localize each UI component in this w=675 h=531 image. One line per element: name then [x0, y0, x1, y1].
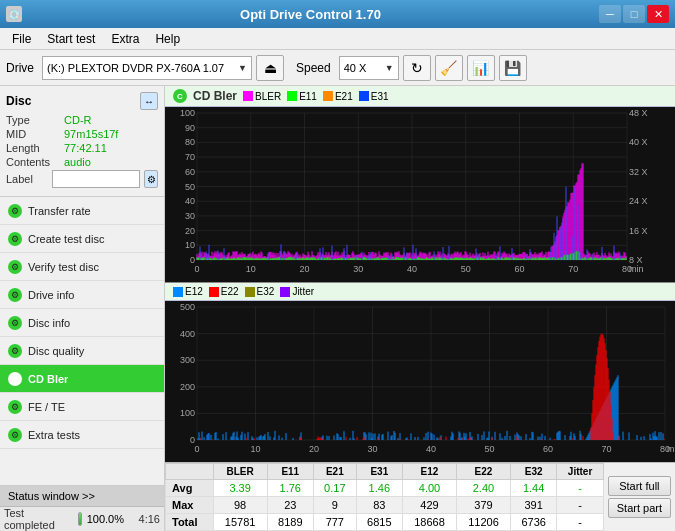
- row-label-avg: Avg: [166, 480, 214, 497]
- legend-dot-e12: [173, 287, 183, 297]
- start-full-button[interactable]: Start full: [608, 476, 671, 496]
- progress-bar-container: [78, 512, 82, 526]
- disc-refresh-button[interactable]: ↔: [140, 92, 158, 110]
- col-header-e22: E22: [456, 464, 510, 480]
- nav-label-transfer-rate: Transfer rate: [28, 205, 91, 217]
- col-header-e31: E31: [356, 464, 402, 480]
- charts-container: C CD Bler BLER E11 E21: [165, 86, 675, 462]
- nav-fe-te[interactable]: ⚙ FE / TE: [0, 393, 164, 421]
- max-bler: 98: [213, 497, 267, 514]
- minimize-button[interactable]: ─: [599, 5, 621, 23]
- max-e22: 379: [456, 497, 510, 514]
- legend-dot-e31: [359, 91, 369, 101]
- title-bar: 💿 Opti Drive Control 1.70 ─ □ ✕: [0, 0, 675, 28]
- nav-extra-tests[interactable]: ⚙ Extra tests: [0, 421, 164, 449]
- status-bar-bottom: Status window >> Test completed 100.0% 4…: [0, 485, 164, 531]
- drive-combo[interactable]: (K:) PLEXTOR DVDR PX-760A 1.07 ▼: [42, 56, 252, 80]
- nav-verify-test-disc[interactable]: ⚙ Verify test disc: [0, 253, 164, 281]
- nav-label-cd-bler: CD Bler: [28, 373, 68, 385]
- legend-label-bler: BLER: [255, 91, 281, 102]
- menu-file[interactable]: File: [4, 30, 39, 48]
- nav-label-create-test: Create test disc: [28, 233, 104, 245]
- progress-bar-fill: [79, 513, 81, 525]
- nav-drive-info[interactable]: ⚙ Drive info: [0, 281, 164, 309]
- close-button[interactable]: ✕: [647, 5, 669, 23]
- label-edit-button[interactable]: ⚙: [144, 170, 158, 188]
- label-label: Label: [6, 173, 48, 185]
- col-header-e11: E11: [267, 464, 313, 480]
- nav-transfer-rate[interactable]: ⚙ Transfer rate: [0, 197, 164, 225]
- nav-label-fe-te: FE / TE: [28, 401, 65, 413]
- nav-section: ⚙ Transfer rate ⚙ Create test disc ⚙ Ver…: [0, 197, 164, 485]
- nav-cd-bler[interactable]: ⚙ CD Bler: [0, 365, 164, 393]
- chart1-canvas-wrap: [165, 107, 675, 282]
- menu-extra[interactable]: Extra: [103, 30, 147, 48]
- eject-button[interactable]: ⏏: [256, 55, 284, 81]
- sidebar: Disc ↔ Type CD-R MID 97m15s17f Length 77…: [0, 86, 165, 531]
- total-e12: 18668: [403, 514, 457, 531]
- progress-percent: 100.0%: [86, 513, 124, 525]
- menu-bar: File Start test Extra Help: [0, 28, 675, 50]
- menu-help[interactable]: Help: [147, 30, 188, 48]
- mid-value: 97m15s17f: [64, 128, 118, 140]
- nav-create-test-disc[interactable]: ⚙ Create test disc: [0, 225, 164, 253]
- menu-start-test[interactable]: Start test: [39, 30, 103, 48]
- table-with-buttons: BLER E11 E21 E31 E12 E22 E32 Jitter Avg: [165, 463, 675, 531]
- graph-button[interactable]: 📊: [467, 55, 495, 81]
- legend-label-e12: E12: [185, 286, 203, 297]
- save-button[interactable]: 💾: [499, 55, 527, 81]
- main-layout: Disc ↔ Type CD-R MID 97m15s17f Length 77…: [0, 86, 675, 531]
- col-header-e32: E32: [510, 464, 556, 480]
- total-jitter: -: [557, 514, 603, 531]
- legend-dot-e21: [323, 91, 333, 101]
- total-bler: 15781: [213, 514, 267, 531]
- toolbar: Drive (K:) PLEXTOR DVDR PX-760A 1.07 ▼ ⏏…: [0, 50, 675, 86]
- status-window-button[interactable]: Status window >>: [0, 486, 164, 507]
- total-e11: 8189: [267, 514, 313, 531]
- speed-value: 40 X: [344, 62, 367, 74]
- legend-dot-bler: [243, 91, 253, 101]
- length-value: 77:42.11: [64, 142, 107, 154]
- clear-button[interactable]: 🧹: [435, 55, 463, 81]
- nav-disc-info[interactable]: ⚙ Disc info: [0, 309, 164, 337]
- speed-label: Speed: [296, 61, 331, 75]
- refresh-button[interactable]: ↻: [403, 55, 431, 81]
- nav-icon-transfer-rate: ⚙: [8, 204, 22, 218]
- legend-dot-e22: [209, 287, 219, 297]
- chart2-canvas-wrap: [165, 301, 675, 462]
- nav-icon-fe-te: ⚙: [8, 400, 22, 414]
- nav-icon-create-test: ⚙: [8, 232, 22, 246]
- chart-panel-1: C CD Bler BLER E11 E21: [165, 86, 675, 283]
- max-e12: 429: [403, 497, 457, 514]
- col-header-e12: E12: [403, 464, 457, 480]
- total-e31: 6815: [356, 514, 402, 531]
- nav-label-disc-quality: Disc quality: [28, 345, 84, 357]
- legend-e12: E12: [173, 286, 203, 297]
- legend-dot-e32: [245, 287, 255, 297]
- total-e22: 11206: [456, 514, 510, 531]
- maximize-button[interactable]: □: [623, 5, 645, 23]
- table-row-total: Total 15781 8189 777 6815 18668 11206 67…: [166, 514, 604, 531]
- nav-label-verify-test: Verify test disc: [28, 261, 99, 273]
- data-table: BLER E11 E21 E31 E12 E22 E32 Jitter Avg: [165, 463, 604, 531]
- chart2-canvas: [165, 301, 675, 462]
- nav-icon-extra-tests: ⚙: [8, 428, 22, 442]
- window-controls: ─ □ ✕: [599, 5, 669, 23]
- start-part-button[interactable]: Start part: [608, 498, 671, 518]
- avg-e22: 2.40: [456, 480, 510, 497]
- legend-e11: E11: [287, 91, 317, 102]
- total-e32: 6736: [510, 514, 556, 531]
- legend-label-e11: E11: [299, 91, 317, 102]
- nav-label-extra-tests: Extra tests: [28, 429, 80, 441]
- nav-label-disc-info: Disc info: [28, 317, 70, 329]
- nav-disc-quality[interactable]: ⚙ Disc quality: [0, 337, 164, 365]
- disc-panel: Disc ↔ Type CD-R MID 97m15s17f Length 77…: [0, 86, 164, 197]
- label-input[interactable]: [52, 170, 140, 188]
- speed-combo[interactable]: 40 X ▼: [339, 56, 399, 80]
- max-e31: 83: [356, 497, 402, 514]
- col-header-jitter: Jitter: [557, 464, 603, 480]
- length-label: Length: [6, 142, 64, 154]
- max-e21: 9: [314, 497, 357, 514]
- max-jitter: -: [557, 497, 603, 514]
- type-label: Type: [6, 114, 64, 126]
